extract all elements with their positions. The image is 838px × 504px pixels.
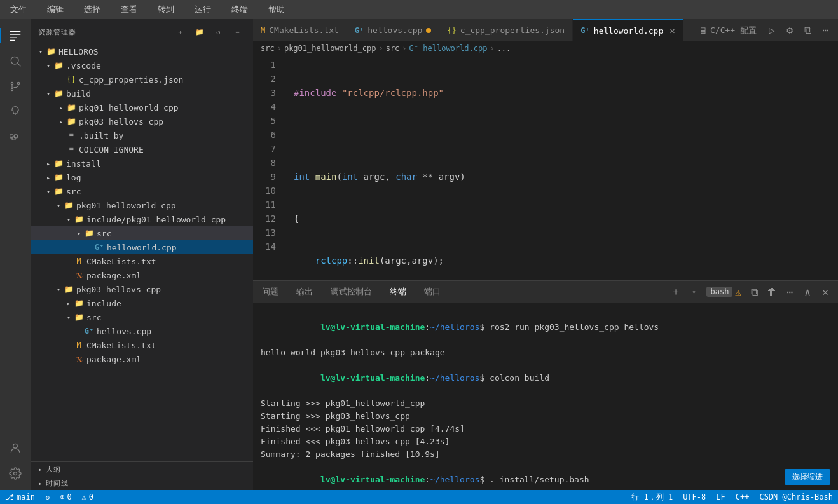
tab-helloworld[interactable]: G⁺ helloworld.cpp ✕ [573,19,683,41]
panel-split-icon[interactable]: ⧉ [746,284,762,299]
tree-include-pkg01[interactable]: ▾ 📁 include/pkg01_helloworld_cpp [31,212,253,226]
tree-c-cpp-props[interactable]: ▸ {} c_cpp_properties.json [31,72,253,86]
minimap-content [787,55,838,280]
tree-install[interactable]: ▸ 📁 install [31,156,253,170]
panel-more-icon[interactable]: ⋯ [782,284,797,299]
root-folder-icon: 📁 [46,46,56,57]
title-bar-item-run[interactable]: 运行 [191,3,215,17]
status-warnings[interactable]: ⚠ 0 [77,490,99,504]
title-bar-item-view[interactable]: 查看 [117,3,141,17]
src-arrow: ▾ [43,186,53,196]
cmake-tab-label: CMakeLists.txt [269,25,339,35]
tree-src[interactable]: ▾ 📁 src [31,184,253,198]
status-errors[interactable]: ⊗ 0 [55,490,76,504]
t-prompt-3: lv@lv-virtual-machine [320,373,425,383]
tree-src-inner[interactable]: ▾ 📁 src [31,226,253,240]
run-icon-btn[interactable]: ▷ [764,23,780,38]
install-label: install [66,159,101,168]
tree-cmake-pkg03[interactable]: ▸ M CMakeLists.txt [31,338,253,352]
svg-line-1 [18,64,21,67]
settings-gear-icon[interactable]: ⚙ [782,23,797,38]
sidebar-bottom: ▸ 大纲 ▸ 时间线 [31,461,253,490]
panel-close-icon[interactable]: ✕ [818,284,833,299]
activity-explorer-icon[interactable] [4,24,27,47]
refresh-icon[interactable]: ↺ [211,24,226,39]
panel-tab-debug[interactable]: 调试控制台 [322,281,381,303]
panel-trash-icon[interactable]: 🗑 [764,284,780,299]
tree-src-pkg03[interactable]: ▾ 📁 src [31,310,253,324]
tree-log[interactable]: ▸ 📁 log [31,170,253,184]
new-file-icon[interactable]: ＋ [173,24,188,39]
svg-point-4 [17,82,19,84]
package-pkg03-label: package.xml [86,355,141,364]
activity-settings-icon[interactable] [4,462,27,485]
new-folder-icon[interactable]: 📁 [192,24,207,39]
tab-cmake[interactable]: M CMakeLists.txt [253,19,347,41]
title-bar-item-select[interactable]: 选择 [80,3,104,17]
cmake-pkg01-label: CMakeLists.txt [86,257,156,266]
tree-pkg01-build[interactable]: ▸ 📁 pkg01_helloworld_cpp [31,100,253,114]
svg-rect-9 [12,137,15,140]
tree-built-by[interactable]: ▸ ≡ .built_by [31,128,253,142]
status-encoding[interactable]: UTF-8 [678,490,711,504]
panel-dropdown-icon[interactable]: ▾ [686,284,701,299]
tab-c-cpp-props[interactable]: {} c_cpp_properties.json [439,19,573,41]
breadcrumb-src[interactable]: src [261,44,275,53]
tab-hellovs[interactable]: G⁺ hellovs.cpp [347,19,440,41]
panel-chevron-up-icon[interactable]: ∧ [800,284,815,299]
activity-search-icon[interactable] [4,50,27,72]
tree-pkg03[interactable]: ▾ 📁 pkg03_hellovs_cpp [31,282,253,296]
breadcrumb-pkg01[interactable]: pkg01_helloworld_cpp [284,44,376,53]
title-bar-item-file[interactable]: 文件 [6,3,31,17]
select-condensed-button[interactable]: 选择缩进 [785,469,830,485]
status-git-branch[interactable]: ⎇ main [0,490,40,504]
git-branch-icon: ⎇ [5,493,14,501]
ln-4: 4 [253,100,276,114]
tree-vscode[interactable]: ▾ 📁 .vscode [31,58,253,72]
tree-package-pkg03[interactable]: ▸ 𝓡 package.xml [31,352,253,366]
panel-tab-output[interactable]: 输出 [287,281,322,303]
breadcrumb-file[interactable]: G⁺ helloworld.cpp [409,44,488,53]
panel-tab-terminal[interactable]: 终端 [381,281,415,303]
error-count: 0 [67,493,71,501]
status-eol[interactable]: LF [711,490,730,504]
ln-11: 11 [253,198,276,212]
helloworld-tab-close[interactable]: ✕ [670,25,675,36]
title-bar-item-edit[interactable]: 编辑 [43,3,67,17]
panel-tab-ports[interactable]: 端口 [415,281,450,303]
tree-include-pkg03[interactable]: ▸ 📁 include [31,296,253,310]
split-editor-icon[interactable]: ⧉ [800,23,815,38]
status-line-col[interactable]: 行 1，列 1 [626,490,678,504]
tree-colcon[interactable]: ▸ ≡ COLCON_IGNORE [31,142,253,156]
activity-extensions-icon[interactable] [4,126,27,149]
tree-package-pkg01[interactable]: ▸ 𝓡 package.xml [31,268,253,282]
tree-root[interactable]: ▾ 📁 HELLOROS [31,44,253,58]
activity-account-icon[interactable] [4,437,27,460]
title-bar-item-goto[interactable]: 转到 [154,3,178,17]
panel-tab-problems[interactable]: 问题 [253,281,287,303]
cmake-pkg03-label: CMakeLists.txt [86,341,156,350]
sidebar-outline[interactable]: ▸ 大纲 [31,462,253,476]
tree-helloworld-cpp[interactable]: ▸ G⁺ helloworld.cpp [31,240,253,254]
tree-cmake-pkg01[interactable]: ▸ M CMakeLists.txt [31,254,253,268]
tree-build[interactable]: ▾ 📁 build [31,86,253,100]
code-editor[interactable]: 1 2 3 4 5 6 7 8 9 10 11 12 13 14 #includ… [253,55,838,280]
panel-bash-indicator[interactable]: bash ⚠ [704,286,744,298]
tree-hellovs-cpp[interactable]: ▸ G⁺ hellovs.cpp [31,324,253,338]
more-options-icon[interactable]: ⋯ [818,23,833,38]
collapse-all-icon[interactable]: ⋯ [230,24,245,39]
sidebar-timeline[interactable]: ▸ 时间线 [31,476,253,490]
title-bar-item-help[interactable]: 帮助 [264,3,289,17]
activity-debug-icon[interactable] [4,100,27,123]
status-sync[interactable]: ↻ [40,490,55,504]
tree-pkg03-build[interactable]: ▸ 📁 pkg03_hellovs_cpp [31,114,253,128]
eol-label: LF [716,493,725,501]
status-language[interactable]: C++ [731,490,755,504]
cpp-config-tab[interactable]: 🖥 C/C++ 配置 [694,19,762,41]
breadcrumb-src2[interactable]: src [386,44,400,53]
panel-add-icon[interactable]: ＋ [668,284,683,299]
activity-git-icon[interactable] [4,75,27,98]
panel-content[interactable]: lv@lv-virtual-machine:~/helloros$ ros2 r… [253,303,838,490]
tree-pkg01[interactable]: ▾ 📁 pkg01_helloworld_cpp [31,198,253,212]
title-bar-item-terminal[interactable]: 终端 [228,3,252,17]
